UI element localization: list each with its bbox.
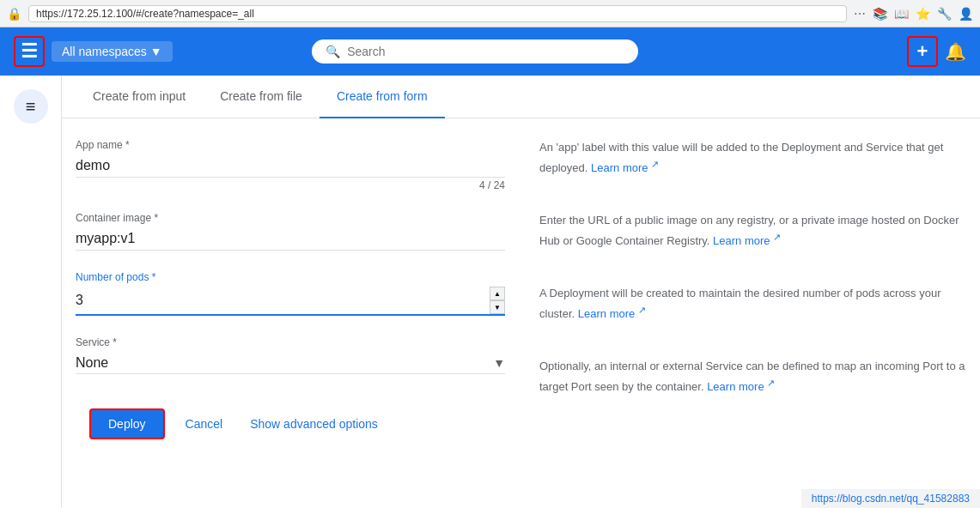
number-of-pods-label: Number of pods * [76,271,505,283]
sidebar-toggle-button[interactable]: ☰ [14,36,45,67]
main-layout: ≡ Create from input Create from file Cre… [0,76,980,508]
service-select-wrapper: None Internal External ▼ [76,352,505,374]
spinner-down-button[interactable]: ▼ [490,300,505,314]
form-layout: App name * 4 / 24 Container image * Numb… [62,118,980,474]
browser-bar: 🔒 https://172.25.12.100/#/create?namespa… [0,0,980,27]
service-label: Service * [76,336,505,348]
top-actions: + 🔔 [907,36,966,67]
deploy-button[interactable]: Deploy [89,408,165,439]
number-of-pods-ext-icon: ↗ [638,305,646,315]
form-fields: App name * 4 / 24 Container image * Numb… [76,139,505,453]
namespace-label: All namespaces [62,45,147,58]
app-name-learn-more-link[interactable]: Learn more ↗ [591,161,659,174]
app-name-counter: 4 / 24 [76,179,505,191]
app-name-help: An 'app' label with this value will be a… [539,139,966,178]
notification-bell-icon[interactable]: 🔔 [945,41,966,62]
app-name-input[interactable] [76,154,505,178]
extensions-icon[interactable]: 🔧 [937,7,952,21]
library-icon[interactable]: 📚 [873,7,887,21]
tab-create-from-file[interactable]: Create from file [203,76,320,118]
url-text: https://172.25.12.100/#/create?namespace… [36,8,254,20]
service-ext-icon: ↗ [767,378,775,388]
url-bar[interactable]: https://172.25.12.100/#/create?namespace… [28,5,847,22]
lock-icon: 🔒 [7,7,21,21]
profile-icon[interactable]: 👤 [959,7,973,21]
more-icon[interactable]: ⋯ [854,7,866,21]
number-of-pods-field: Number of pods * ▲ ▼ [76,271,505,316]
search-bar: 🔍 [312,39,638,64]
number-of-pods-help: A Deployment will be created to maintain… [539,285,966,324]
namespace-dropdown-icon[interactable]: ▼ [150,45,162,58]
number-spinners: ▲ ▼ [490,287,505,314]
container-image-ext-icon: ↗ [773,232,781,242]
container-image-learn-more-link[interactable]: Learn more ↗ [713,234,781,247]
number-of-pods-wrapper: ▲ ▼ [76,287,505,316]
sidebar: ≡ [0,76,62,508]
number-of-pods-input[interactable] [76,289,490,311]
help-panel: An 'app' label with this value will be a… [539,139,966,453]
action-bar: Deploy Cancel Show advanced options [76,395,505,453]
app-bar: ☰ All namespaces ▼ 🔍 + 🔔 [0,27,980,76]
star-icon[interactable]: ⭐ [916,7,930,21]
search-input[interactable] [347,45,624,58]
show-advanced-options-button[interactable]: Show advanced options [243,410,385,438]
container-image-field: Container image * [76,212,505,251]
app-name-label: App name * [76,139,505,151]
service-select[interactable]: None Internal External [76,352,505,373]
sidebar-nav-icon[interactable]: ≡ [14,89,48,124]
tab-bar: Create from input Create from file Creat… [62,76,980,118]
container-image-label: Container image * [76,212,505,224]
container-image-help: Enter the URL of a public image on any r… [539,212,966,251]
number-of-pods-learn-more-link[interactable]: Learn more ↗ [578,307,646,320]
container-image-input[interactable] [76,227,505,251]
service-learn-more-link[interactable]: Learn more ↗ [707,380,775,393]
status-url: https://blog.csdn.net/qq_41582883 [812,493,970,505]
cancel-button[interactable]: Cancel [179,410,230,438]
reader-icon[interactable]: 📖 [894,7,909,21]
content-area: Create from input Create from file Creat… [62,76,980,508]
tab-create-from-form[interactable]: Create from form [320,76,445,118]
spinner-up-button[interactable]: ▲ [490,287,505,300]
service-help: Optionally, an internal or external Serv… [539,358,966,396]
service-field: Service * None Internal External ▼ [76,336,505,374]
app-name-field: App name * 4 / 24 [76,139,505,191]
tab-create-from-input[interactable]: Create from input [76,76,203,118]
add-button[interactable]: + [907,36,938,67]
app-name-ext-icon: ↗ [651,159,659,169]
browser-actions: ⋯ 📚 📖 ⭐ 🔧 👤 [854,7,973,21]
status-bar: https://blog.csdn.net/qq_41582883 [801,489,980,508]
search-icon: 🔍 [326,45,340,58]
